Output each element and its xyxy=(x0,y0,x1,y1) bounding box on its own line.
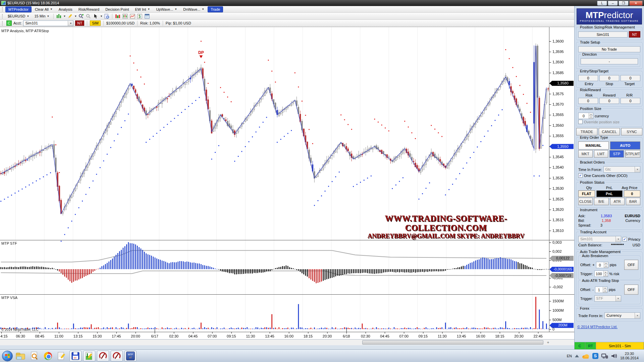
menu-dnwave[interactable]: DnWave...▼ xyxy=(180,7,207,12)
mtpredictor-copyright-link[interactable]: © 2014 MTPredictor Ltd. xyxy=(577,325,641,329)
forex-currency-dropdown[interactable]: Currency ▼ xyxy=(604,312,640,319)
skype-icon[interactable]: S xyxy=(592,353,598,359)
nt-badge[interactable]: NT xyxy=(75,20,84,26)
chevron-down-icon[interactable]: ▼ xyxy=(63,15,66,18)
ninjatrader-copyright: © 2014 NinjaTrader, LLC xyxy=(1,328,38,331)
privacy-checkbox[interactable]: ✔ xyxy=(623,237,627,241)
language-button[interactable]: L xyxy=(597,1,607,6)
lmt-button[interactable]: LMT xyxy=(594,150,608,158)
atr-button[interactable]: ATR xyxy=(610,198,625,205)
account-dropdown[interactable]: Sim101 ▼ xyxy=(23,20,73,26)
instrument-selector[interactable]: $EURUSD▼ xyxy=(6,13,32,19)
chevron-down-icon[interactable]: ▼ xyxy=(100,15,103,18)
spinner-arrows-icon[interactable]: ▲▼ xyxy=(604,262,608,268)
horizontal-scrollbar[interactable]: + xyxy=(0,339,574,345)
dollar-icon[interactable]: $ xyxy=(137,13,143,19)
be-trigger-spinner[interactable]: 100 ▲▼ xyxy=(594,270,608,277)
scrollbar-plus-button[interactable]: + xyxy=(545,340,551,345)
volume-icon[interactable] xyxy=(611,353,617,359)
menu-clear-all[interactable]: Clear All▼ xyxy=(32,7,55,12)
atr-trigger-dropdown[interactable]: STF ▼ xyxy=(594,295,621,302)
cloud-icon[interactable] xyxy=(582,353,589,359)
rr-label: R/R xyxy=(620,93,640,97)
snapshot-icon[interactable] xyxy=(104,13,110,19)
chart-style-icon[interactable] xyxy=(56,13,62,19)
stplmt-button[interactable]: STPLMT xyxy=(625,150,640,158)
breakeven-button[interactable]: B/E xyxy=(594,198,608,205)
mtpredictor-v7-icon[interactable]: MTP v7 xyxy=(124,351,137,361)
auto-mode-button[interactable]: AUTO xyxy=(610,141,641,149)
mkt-button[interactable]: MKT xyxy=(578,150,593,158)
interval-selector[interactable]: 15 Min▼ xyxy=(33,13,52,19)
pip-text: Pip: $1,00 USD xyxy=(166,21,191,25)
menu-risk-reward[interactable]: Risk/Reward xyxy=(76,7,102,12)
minimize-button[interactable]: – xyxy=(608,1,618,6)
cursor-icon[interactable] xyxy=(93,13,99,19)
nt-button[interactable]: NT xyxy=(629,31,640,38)
spinner-arrows-icon[interactable]: ▲▼ xyxy=(589,113,593,119)
search-icon[interactable] xyxy=(28,351,40,361)
account-label: Acct: xyxy=(13,21,21,25)
menu-upwave[interactable]: UpWave...▼ xyxy=(153,7,180,12)
atr-offset-label: Offset: xyxy=(580,288,591,292)
tray-clock[interactable]: 23:30 18.06.2014 xyxy=(620,352,641,360)
oco-checkbox[interactable]: ✔ xyxy=(578,173,583,178)
notepad-icon[interactable] xyxy=(56,351,68,361)
strategy-chart-icon[interactable] xyxy=(129,13,136,19)
close-position-button[interactable]: CLOSE xyxy=(578,198,593,205)
risk-label: Risk xyxy=(579,93,599,97)
tif-dropdown[interactable]: Gtc ▼ xyxy=(603,166,641,173)
atr-offset-spinner[interactable]: 1 ▲▼ xyxy=(595,287,607,293)
network-icon[interactable] xyxy=(601,353,608,359)
atr-off-button[interactable]: OFF xyxy=(624,285,638,295)
zoom-out-icon[interactable] xyxy=(85,13,92,19)
cancel-button[interactable]: CANCEL xyxy=(599,128,620,135)
tray-chevron-up-icon[interactable] xyxy=(575,355,579,357)
editor-icon[interactable] xyxy=(83,351,95,361)
trade-button[interactable]: TRADE xyxy=(576,128,597,135)
chrome-icon[interactable] xyxy=(42,351,54,361)
toolbar-grip xyxy=(2,14,3,18)
menu-ew-int[interactable]: EW Int▼ xyxy=(132,7,153,12)
trading-account-dropdown[interactable]: Sim101 ▼ xyxy=(578,236,621,242)
chevron-down-icon[interactable]: ▼ xyxy=(74,15,77,18)
trade-forex-in-label: Trade Forex in: xyxy=(578,314,603,318)
menu-decision-point[interactable]: Decision Point xyxy=(103,7,131,12)
be-offset-spinner[interactable]: 0 ▲▼ xyxy=(596,262,608,268)
stp-button[interactable]: STP xyxy=(609,150,624,158)
sync-button[interactable]: SYNC xyxy=(621,128,642,135)
drawing-tools-icon[interactable] xyxy=(67,13,73,19)
restore-button[interactable]: ❐ xyxy=(619,1,629,6)
ninjatrader-icon[interactable] xyxy=(97,351,109,361)
chart-indicators-label: MTP Analysis, MTP ATRStop xyxy=(1,29,49,33)
chart-canvas[interactable] xyxy=(0,27,574,339)
market-analyzer-icon[interactable] xyxy=(114,13,121,19)
chart-trader-icon[interactable] xyxy=(122,13,128,19)
ninjatrader-icon[interactable] xyxy=(111,351,123,361)
be-off-button[interactable]: OFF xyxy=(624,260,638,270)
bar-button[interactable]: BAR xyxy=(626,198,640,205)
chevron-down-icon: ▼ xyxy=(635,313,640,318)
menu-analysis[interactable]: Analysis xyxy=(56,7,75,12)
override-checkbox[interactable] xyxy=(578,120,583,124)
sim-badge[interactable]: SIM xyxy=(90,20,101,26)
menu-trade[interactable]: Trade xyxy=(208,6,223,12)
language-indicator[interactable]: EN xyxy=(567,354,572,358)
scrollbar-thumb[interactable] xyxy=(362,340,543,345)
account-data-icon[interactable] xyxy=(144,13,150,19)
spinner-arrows-icon[interactable]: ▲▼ xyxy=(603,271,608,277)
explorer-icon[interactable] xyxy=(14,351,26,361)
group-legend: Forex xyxy=(579,306,591,310)
manual-mode-button[interactable]: MANUAL xyxy=(578,141,609,149)
avg-price-header: Avg Price xyxy=(620,186,640,190)
zoom-in-icon[interactable] xyxy=(78,13,84,19)
chevron-down-icon: ▼ xyxy=(615,296,621,301)
start-button[interactable] xyxy=(2,351,13,361)
floppy-save-icon[interactable]: 64 xyxy=(69,351,82,361)
position-size-spinner[interactable]: 0 ▲▼ xyxy=(578,113,593,119)
menu-mtpredictor[interactable]: MTPredictor xyxy=(5,6,32,12)
instrument-symbol: EURUSD xyxy=(620,214,640,218)
spinner-arrows-icon[interactable]: ▲▼ xyxy=(603,287,607,293)
close-button[interactable]: ✕ xyxy=(629,1,643,6)
spread-label: Spread: xyxy=(578,223,593,227)
